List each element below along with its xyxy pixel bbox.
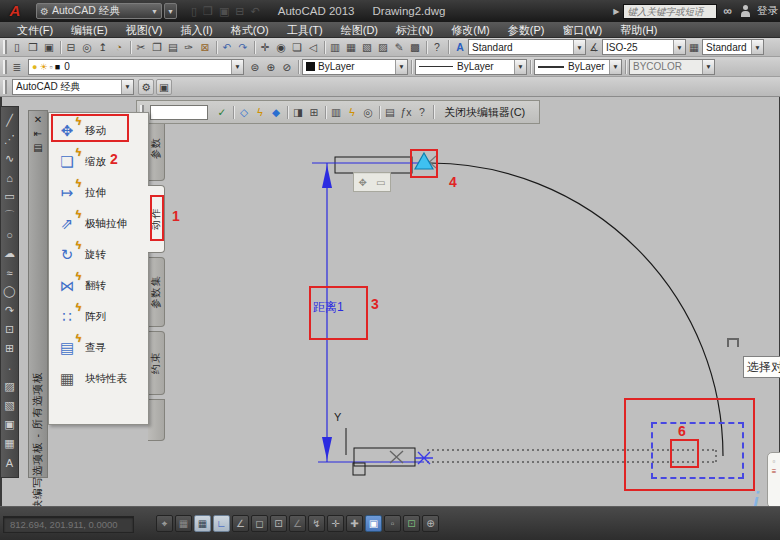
circle-icon[interactable]: ○ (2, 225, 18, 244)
menu-tools[interactable]: 工具(T) (278, 22, 332, 38)
infer-constraints-toggle[interactable]: ⌖ (156, 515, 173, 532)
fx-icon[interactable]: ƒx (398, 104, 414, 120)
undo-icon[interactable]: ↶ (219, 39, 235, 55)
toolbar-grip[interactable] (3, 40, 7, 54)
action-icon[interactable]: ϟ (252, 104, 268, 120)
paste-icon[interactable]: ▤ (165, 39, 181, 55)
point-icon[interactable]: ∙ (2, 358, 18, 377)
zoom-window-icon[interactable]: ❏ (289, 39, 305, 55)
quick-properties-toggle[interactable]: ▫ (384, 515, 401, 532)
menu-dimension[interactable]: 标注(N) (387, 22, 442, 38)
block-editor-icon[interactable]: ⊠ (197, 39, 213, 55)
plot-style-combo[interactable]: BYCOLOR ▼ (629, 59, 715, 75)
zoom-realtime-icon[interactable]: ◉ (273, 39, 289, 55)
close-icon[interactable]: ✕ (29, 114, 47, 125)
new-icon[interactable]: ▯ (9, 39, 25, 55)
object-color-combo[interactable]: ByLayer ▼ (302, 59, 408, 75)
designcenter-icon[interactable]: ▦ (343, 39, 359, 55)
hatch-icon[interactable]: ▨ (2, 377, 18, 396)
qat-undo-icon[interactable]: ↶ (251, 5, 260, 18)
publish-icon[interactable]: ↥ (95, 39, 111, 55)
table-style-icon[interactable]: ▦ (686, 39, 702, 55)
dynamic-ucs-toggle[interactable]: ↯ (308, 515, 325, 532)
line-icon[interactable]: ╱ (2, 111, 18, 130)
menu-draw[interactable]: 绘图(D) (332, 22, 387, 38)
save-block-icon[interactable]: ✓ (214, 104, 230, 120)
grip-mini-toolbar[interactable]: ✥ ▭ (353, 172, 391, 192)
3d-object-snap-toggle[interactable]: ⊡ (270, 515, 287, 532)
lineweight-toggle[interactable]: ✚ (346, 515, 363, 532)
workspace-settings-icon[interactable]: ⚙ (138, 79, 154, 95)
ortho-mode-toggle[interactable]: ∟ (213, 515, 230, 532)
region-icon[interactable]: ▣ (2, 415, 18, 434)
copy-icon[interactable]: ❐ (149, 39, 165, 55)
3d-dwf-icon[interactable]: ◔ (111, 39, 127, 55)
search-binoculars-icon[interactable]: ∞ (723, 4, 732, 18)
dim-style-combo[interactable]: ISO-25 ▼ (602, 39, 686, 55)
authoring-palettes-icon[interactable]: ▥ (328, 104, 344, 120)
palette-item-scale[interactable]: ❏ ϟ 缩放 (49, 146, 148, 177)
palette-item-stretch[interactable]: ↦ ϟ 拉伸 (49, 177, 148, 208)
object-snap-toggle[interactable]: ◻ (251, 515, 268, 532)
workspace-flyout-button[interactable]: ▼ (164, 3, 177, 19)
menu-insert[interactable]: 插入(I) (171, 22, 221, 38)
parameter-manager-icon[interactable]: ▤ (382, 104, 398, 120)
ellipse-icon[interactable]: ◯ (2, 282, 18, 301)
my-workspace-icon[interactable]: ▣ (156, 79, 172, 95)
dim-style-icon[interactable]: ∡ (586, 39, 602, 55)
user-person-icon[interactable] (740, 5, 751, 17)
match-properties-icon[interactable]: ✑ (181, 39, 197, 55)
toolbar-grip[interactable] (3, 80, 7, 94)
palette-item-polar-stretch[interactable]: ⇗ ϟ 极轴拉伸 (49, 208, 148, 239)
tool-palettes-icon[interactable]: ▧ (359, 39, 375, 55)
qat-plot-icon[interactable]: ⊟ (235, 5, 244, 18)
spline-icon[interactable]: ≈ (2, 263, 18, 282)
grid-display-toggle[interactable]: ▦ (194, 515, 211, 532)
table-icon[interactable]: ▦ (2, 434, 18, 453)
pan-icon[interactable]: ✛ (257, 39, 273, 55)
parameter-set-icon[interactable]: ◆ (268, 104, 284, 120)
infocenter-flyout-icon[interactable]: ▶ (613, 7, 619, 16)
tab-parameter-sets[interactable]: 参数集 (148, 257, 165, 327)
block-table-icon[interactable]: ⊞ (306, 104, 322, 120)
palette-item-flip[interactable]: ⋈ ϟ 翻转 (49, 270, 148, 301)
rectangle-icon[interactable]: ▭ (2, 187, 18, 206)
menu-file[interactable]: 文件(F) (8, 22, 62, 38)
polar-tracking-toggle[interactable]: ∠ (232, 515, 249, 532)
autocad-logo-icon[interactable]: A (4, 2, 26, 20)
annotation-monitor-toggle[interactable]: ⊕ (422, 515, 439, 532)
menu-parametric[interactable]: 参数(P) (499, 22, 554, 38)
auto-hide-icon[interactable]: ⇤ (29, 128, 47, 139)
search-input[interactable] (623, 4, 717, 19)
linetype-combo[interactable]: ByLayer ▼ (415, 59, 527, 75)
workspace-quick-combo[interactable]: AutoCAD 经典 ⚙ AutoCAD 经典 ▼ (36, 3, 162, 19)
mtext-icon[interactable]: A (2, 453, 18, 472)
layer-states-icon[interactable]: ⊕ (263, 59, 279, 75)
plot-icon[interactable]: ⊟ (63, 39, 79, 55)
block-help-icon[interactable]: ? (414, 104, 430, 120)
layer-previous-icon[interactable]: ⊘ (279, 59, 295, 75)
open-icon[interactable]: ❒ (25, 39, 41, 55)
zoom-previous-icon[interactable]: ◁ (305, 39, 321, 55)
properties-menu-icon[interactable]: ▤ (29, 142, 47, 153)
selection-cycling-toggle[interactable]: ⊡ (403, 515, 420, 532)
dynamic-input-toggle[interactable]: ✛ (327, 515, 344, 532)
properties-icon[interactable]: ▥ (327, 39, 343, 55)
palette-item-block-table[interactable]: ▦ ϟ 块特性表 (49, 363, 148, 394)
make-object-layer-icon[interactable]: ⊜ (247, 59, 263, 75)
ellipse-arc-icon[interactable]: ↷ (2, 301, 18, 320)
redo-icon[interactable]: ↷ (235, 39, 251, 55)
qat-open-icon[interactable]: ❒ (203, 5, 213, 18)
snap-mode-toggle[interactable]: ▦ (175, 515, 192, 532)
polygon-icon[interactable]: ⌂ (2, 168, 18, 187)
markup-set-manager-icon[interactable]: ✎ (391, 39, 407, 55)
block-name-field[interactable] (150, 105, 208, 120)
toolbar-grip[interactable] (3, 60, 7, 74)
transparency-toggle[interactable]: ▣ (365, 515, 382, 532)
object-snap-tracking-toggle[interactable]: ∠ (289, 515, 306, 532)
menu-help[interactable]: 帮助(H) (611, 22, 666, 38)
tool-palette-edge[interactable]: ▫≡ (767, 452, 780, 508)
table-style-combo[interactable]: Standard ▼ (702, 39, 764, 55)
layer-combo[interactable]: ●☀▫■ 0 ▼ (28, 59, 244, 75)
text-style-combo[interactable]: Standard ▼ (468, 39, 586, 55)
